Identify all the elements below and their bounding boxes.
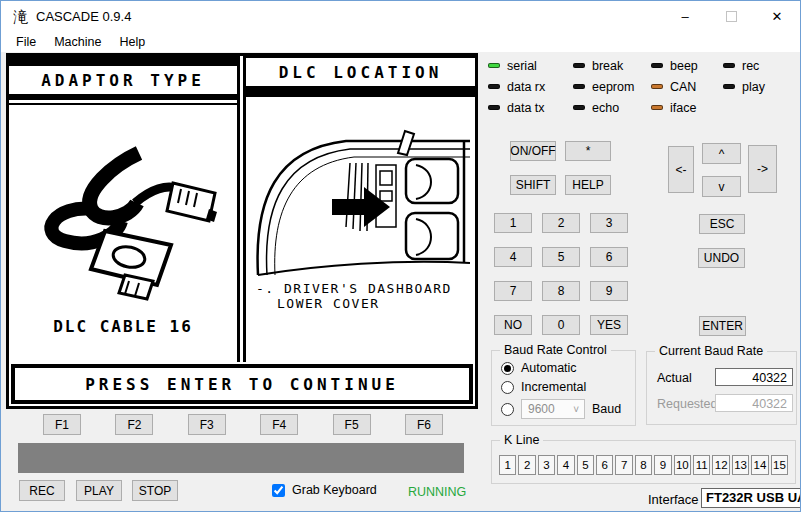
incremental-radio[interactable] [501,381,514,394]
title-bar: 滝 CASCADE 0.9.4 – ✕ [1,1,800,31]
actual-label: Actual [657,371,692,385]
f2-button[interactable]: F2 [115,414,153,435]
star-button[interactable]: * [565,141,611,161]
iface-led-label: iface [670,101,696,115]
k-line-11[interactable]: 11 [693,455,710,475]
k-line-title: K Line [500,433,543,447]
echo-led [573,105,585,110]
arrow-right-button[interactable]: -> [748,145,777,193]
k-line-12[interactable]: 12 [712,455,729,475]
app-window: 滝 CASCADE 0.9.4 – ✕ File Machine Help AD… [0,0,801,512]
close-button[interactable]: ✕ [754,1,800,31]
actual-baud-field[interactable]: 40322 [715,368,793,386]
key-5[interactable]: 5 [542,247,580,267]
baud-unit-label: Baud [592,402,621,416]
data-rx-led-label: data rx [507,80,545,94]
arrow-left-button[interactable]: <- [668,146,694,193]
key-1[interactable]: 1 [494,213,532,233]
panel-divider [237,56,246,362]
baud-rate-control-title: Baud Rate Control [500,343,611,357]
key-7[interactable]: 7 [494,281,532,301]
key-0[interactable]: 0 [542,315,580,335]
key-8[interactable]: 8 [542,281,580,301]
eeprom-led-label: eeprom [592,80,634,94]
k-line-8[interactable]: 8 [635,455,652,475]
k-line-14[interactable]: 14 [751,455,768,475]
can-led [651,84,663,89]
manual-baud-radio[interactable] [501,403,514,416]
k-line-13[interactable]: 13 [732,455,749,475]
f5-button[interactable]: F5 [333,414,371,435]
k-line-3[interactable]: 3 [538,455,555,475]
k-line-group: K Line 1 2 3 4 5 6 7 8 9 10 11 12 13 14 … [491,440,796,484]
no-button[interactable]: NO [494,315,532,335]
play-led [723,84,735,89]
incremental-label: Incremental [521,380,586,394]
can-led-label: CAN [670,80,696,94]
play-led-label: play [742,80,765,94]
data-tx-led-label: data tx [507,101,545,115]
enter-button[interactable]: ENTER [699,316,746,336]
k-line-2[interactable]: 2 [518,455,535,475]
grab-keyboard-checkbox[interactable] [272,484,285,497]
beep-led-label: beep [670,59,698,73]
arrow-down-button[interactable]: v [702,176,741,197]
menu-help[interactable]: Help [110,33,154,51]
keypad-top: ON/OFF * SHIFT HELP [510,141,612,195]
k-line-15[interactable]: 15 [771,455,788,475]
tester-display: ADAPTOR TYPE [6,53,478,409]
grab-keyboard-label: Grab Keyboard [292,483,377,497]
f3-button[interactable]: F3 [188,414,226,435]
minimize-button[interactable]: – [662,1,708,31]
message-strip [18,443,464,473]
key-3[interactable]: 3 [590,213,628,233]
f1-button[interactable]: F1 [43,414,81,435]
yes-button[interactable]: YES [590,315,628,335]
dlc-location-header: DLC LOCATION [246,58,475,86]
k-line-9[interactable]: 9 [654,455,671,475]
data-tx-led [488,105,500,110]
key-4[interactable]: 4 [494,247,532,267]
f4-button[interactable]: F4 [260,414,298,435]
window-controls: – ✕ [662,1,800,31]
k-line-10[interactable]: 10 [674,455,691,475]
stop-button[interactable]: STOP [132,480,178,501]
key-9[interactable]: 9 [590,281,628,301]
break-led-label: break [592,59,623,73]
esc-button[interactable]: ESC [699,214,745,234]
k-line-6[interactable]: 6 [596,455,613,475]
automatic-radio[interactable] [501,362,514,375]
interface-label: Interface [648,492,699,507]
interface-field: FT232R USB UART [701,488,801,508]
location-caption: -. DRIVER'S DASHBOARD LOWER COVER [256,281,452,311]
key-6[interactable]: 6 [590,247,628,267]
k-line-4[interactable]: 4 [557,455,574,475]
k-line-1[interactable]: 1 [499,455,516,475]
f6-button[interactable]: F6 [405,414,443,435]
rec-led-label: rec [742,59,759,73]
baud-select[interactable]: 9600 ˅ [521,399,585,419]
undo-button[interactable]: UNDO [698,248,745,268]
k-line-5[interactable]: 5 [577,455,594,475]
arrow-up-button[interactable]: ^ [702,143,741,164]
help-button[interactable]: HELP [565,175,611,195]
shift-button[interactable]: SHIFT [510,175,556,195]
baud-rate-control-group: Baud Rate Control Automatic Incremental … [491,350,636,426]
serial-led [488,63,500,68]
break-led [573,63,585,68]
rec-button[interactable]: REC [19,480,65,501]
data-rx-led [488,84,500,89]
menu-machine[interactable]: Machine [45,33,110,51]
dlc-cable-image [21,139,225,307]
app-icon: 滝 [13,9,28,24]
on-off-button[interactable]: ON/OFF [510,141,556,161]
iface-led [651,105,663,110]
play-button[interactable]: PLAY [76,480,122,501]
menu-file[interactable]: File [7,33,45,51]
rec-led [723,63,735,68]
maximize-button[interactable] [708,1,754,31]
menu-bar: File Machine Help [1,31,800,52]
dlc-location-panel: DLC LOCATION [246,56,475,362]
key-2[interactable]: 2 [542,213,580,233]
k-line-7[interactable]: 7 [615,455,632,475]
